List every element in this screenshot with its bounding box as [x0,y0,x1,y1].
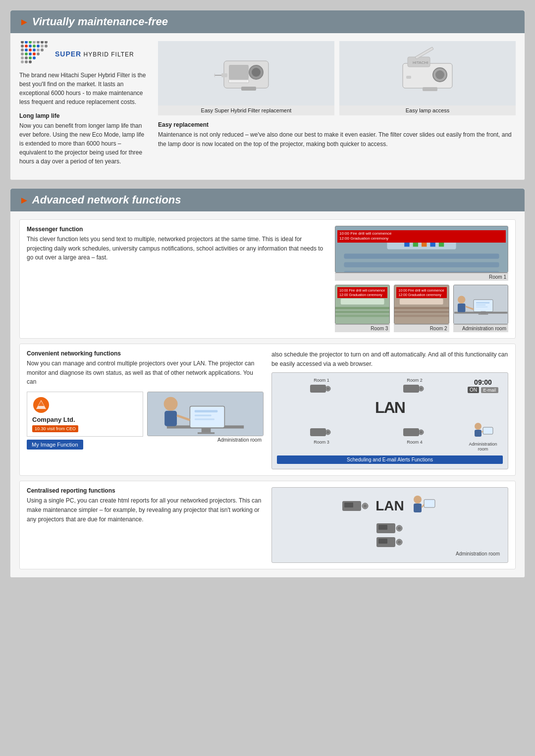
svg-rect-36 [241,87,256,91]
lan-projector3-svg [309,427,334,437]
svg-point-25 [21,41,24,44]
company-illustration: Company Ltd. 10.30 visit from CEO My Ima… [27,392,264,450]
admin-label: Administration room [453,324,508,332]
svg-point-4 [25,56,28,59]
svg-point-17 [41,49,44,51]
replacement-heading: Easy replacement [158,121,516,128]
arrow-icon: ► [19,16,29,28]
svg-point-18 [21,45,24,48]
img-container-2: HITACHI Easy lamp access [339,41,516,115]
lan-room4-label: Room 4 [370,440,459,445]
svg-rect-117 [414,504,422,512]
svg-rect-118 [424,500,435,507]
svg-marker-39 [214,73,215,78]
room3-label: Room 3 [335,324,390,332]
maintenance-title: ► Virtually maintenance-free [19,15,516,28]
svg-point-15 [33,49,36,51]
svg-point-6 [33,56,36,59]
filter-logo-text: SUPER HYBRID FILTER [55,50,134,58]
room3-container: 10:00 Fire drill will commence 12:00 Gra… [335,285,390,332]
maintenance-section: ► Virtually maintenance-free [10,10,525,180]
room2-image: 10:00 Fire drill will commence 12:00 Gra… [394,285,449,324]
filter-logo-dots-svg [19,41,50,67]
room1-image: 10:00 Fire drill will commence 12:00 Gra… [335,226,508,273]
admin-person-col: Administration room [147,392,264,444]
svg-point-16 [37,49,40,51]
super-hybrid-logo: SUPER HYBRID FILTER [19,41,148,67]
svg-rect-77 [458,303,466,312]
reporting-block: Centralised reporting functions Using a … [19,481,516,569]
projector-img-1 [158,41,334,105]
svg-rect-94 [195,414,212,416]
company-box: Company Ltd. 10.30 visit from CEO [27,392,143,437]
projector-illustration-1 [214,46,278,101]
lan-room2-label: Room 2 [370,378,459,383]
svg-rect-74 [481,311,485,314]
img-caption-2: Easy lamp access [339,105,516,115]
lan-time-email: 09:00 ON E-mail [463,379,503,394]
svg-point-107 [420,431,423,434]
network-title: ► Advanced network functions [19,194,516,206]
lan-admin: Administration room [463,420,503,452]
admin-room-container: Administration room [453,285,508,332]
svg-point-98 [326,387,329,390]
svg-point-22 [37,45,40,48]
svg-point-108 [475,423,482,430]
time-text: 09:00 [463,379,503,386]
networking-text1: Now you can manage and control multiple … [27,359,264,387]
maintenance-intro: The brand new Hitachi Super Hybrid Filte… [19,71,148,106]
maintenance-right: Easy Super Hybrid Filter replacement HIT… [158,41,516,172]
lan-admin-label: Administration room [463,442,503,452]
svg-point-101 [420,387,423,390]
svg-point-46 [435,70,444,79]
fire-banner-room3: 10:00 Fire drill will commence 12:00 Gra… [337,287,387,298]
svg-point-76 [458,296,466,303]
svg-point-27 [29,41,32,44]
report-row2 [280,522,500,534]
lan-room4: Room 4 [370,427,459,445]
maintenance-body: SUPER HYBRID FILTER The brand new Hitach… [10,33,525,180]
arrow-icon-2: ► [19,195,29,206]
svg-rect-70 [400,299,443,304]
svg-rect-96 [310,385,326,393]
report-admin-label: Administration room [280,551,500,556]
svg-point-114 [364,504,367,508]
projector-img-2: HITACHI [339,41,516,105]
fire-banner-room2: 10:00 Fire drill will commence 12:00 Gra… [396,287,446,298]
svg-rect-73 [474,300,493,311]
svg-rect-109 [475,430,482,437]
svg-point-35 [252,68,261,77]
replacement-text: Maintenance is not only reduced – we've … [158,130,516,149]
maintenance-content: SUPER HYBRID FILTER The brand new Hitach… [19,41,516,172]
svg-rect-81 [476,306,487,307]
lan-bottom-row: Room 3 Room 4 [277,420,503,452]
super-text: SUPER HYBRID FILTER [55,50,134,58]
networking-text2: also schedule the projector to turn on a… [271,350,508,368]
room2-label: Room 2 [394,324,449,332]
svg-rect-91 [164,411,177,426]
admin-person-img [147,392,264,436]
company-logo-svg [32,396,50,414]
svg-rect-87 [190,406,224,427]
admin-person-svg [148,392,263,436]
reporting-text-col: Centralised reporting functions Using a … [27,487,264,563]
messenger-block: Messenger function This clever function … [19,219,516,339]
reporting-text: Using a single PC, you can create html r… [27,496,264,524]
svg-rect-51 [344,253,499,258]
my-image-btn[interactable]: My Image Function [27,440,83,450]
lamp-heading: Long lamp life [19,112,148,119]
lan-room1: Room 1 [277,378,366,395]
svg-point-126 [397,541,401,544]
svg-rect-68 [394,311,448,313]
lamp-text: Now you can benefit from longer lamp lif… [19,121,148,166]
svg-rect-37 [221,73,227,77]
lan-top-row: Room 1 Room 2 [277,378,503,395]
lan-projector2-svg [402,384,427,394]
report-proj2-svg [376,522,404,534]
svg-rect-115 [344,503,353,507]
svg-point-21 [33,45,36,48]
lan-room3-label: Room 3 [277,440,366,445]
svg-point-11 [37,52,40,55]
networking-inner: Convenient networking functions Now you … [27,350,508,469]
svg-point-12 [21,49,24,51]
